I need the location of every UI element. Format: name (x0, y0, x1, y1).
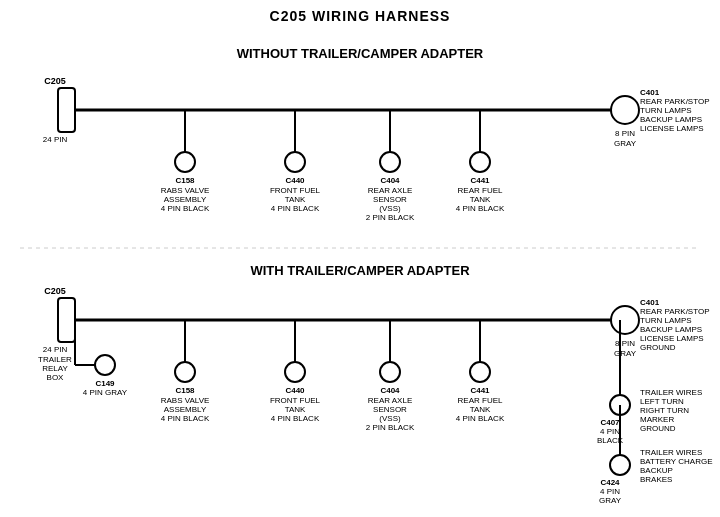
svg-text:BACKUP LAMPS: BACKUP LAMPS (640, 325, 702, 334)
svg-text:ASSEMBLY: ASSEMBLY (164, 195, 207, 204)
svg-text:C205: C205 (44, 286, 66, 296)
svg-text:24 PIN: 24 PIN (43, 135, 68, 144)
svg-text:REAR AXLE: REAR AXLE (368, 396, 412, 405)
svg-text:C440: C440 (285, 176, 305, 185)
svg-text:C158: C158 (175, 176, 195, 185)
svg-text:C407: C407 (600, 418, 620, 427)
svg-text:BOX: BOX (47, 373, 65, 382)
svg-point-25 (380, 152, 400, 172)
svg-text:TANK: TANK (285, 195, 306, 204)
svg-text:C205: C205 (44, 76, 66, 86)
svg-text:TANK: TANK (470, 195, 491, 204)
svg-text:GRAY: GRAY (614, 349, 637, 358)
svg-text:REAR PARK/STOP: REAR PARK/STOP (640, 307, 710, 316)
svg-text:GRAY: GRAY (599, 496, 622, 505)
svg-point-92 (380, 362, 400, 382)
svg-text:BRAKES: BRAKES (640, 475, 672, 484)
svg-text:ASSEMBLY: ASSEMBLY (164, 405, 207, 414)
svg-text:REAR FUEL: REAR FUEL (458, 396, 503, 405)
svg-text:REAR PARK/STOP: REAR PARK/STOP (640, 97, 710, 106)
svg-text:TURN LAMPS: TURN LAMPS (640, 316, 692, 325)
svg-text:2 PIN BLACK: 2 PIN BLACK (366, 423, 415, 432)
svg-text:4 PIN: 4 PIN (600, 487, 620, 496)
svg-text:C440: C440 (285, 386, 305, 395)
svg-text:GRAY: GRAY (614, 139, 637, 148)
svg-text:4 PIN BLACK: 4 PIN BLACK (161, 204, 210, 213)
svg-text:C401: C401 (640, 298, 660, 307)
svg-text:C404: C404 (380, 386, 400, 395)
svg-rect-1 (58, 88, 75, 132)
svg-point-19 (285, 152, 305, 172)
svg-text:RELAY: RELAY (42, 364, 68, 373)
svg-text:REAR FUEL: REAR FUEL (458, 186, 503, 195)
svg-text:4 PIN BLACK: 4 PIN BLACK (271, 414, 320, 423)
svg-text:C404: C404 (380, 176, 400, 185)
svg-text:4 PIN BLACK: 4 PIN BLACK (271, 204, 320, 213)
svg-text:WITH  TRAILER/CAMPER  ADAPTER: WITH TRAILER/CAMPER ADAPTER (250, 263, 470, 278)
svg-text:RIGHT TURN: RIGHT TURN (640, 406, 689, 415)
svg-text:TRAILER WIRES: TRAILER WIRES (640, 448, 702, 457)
svg-text:C149: C149 (95, 379, 115, 388)
svg-text:4 PIN BLACK: 4 PIN BLACK (161, 414, 210, 423)
section1-label: WITHOUT TRAILER/CAMPER ADAPTER (237, 46, 484, 61)
svg-text:2 PIN BLACK: 2 PIN BLACK (366, 213, 415, 222)
svg-text:4 PIN GRAY: 4 PIN GRAY (83, 388, 128, 397)
svg-text:TANK: TANK (285, 405, 306, 414)
svg-text:(VSS): (VSS) (379, 204, 401, 213)
svg-point-86 (285, 362, 305, 382)
svg-point-71 (610, 455, 630, 475)
svg-point-51 (611, 306, 639, 334)
svg-text:8 PIN: 8 PIN (615, 339, 635, 348)
svg-text:REAR AXLE: REAR AXLE (368, 186, 412, 195)
svg-point-4 (611, 96, 639, 124)
svg-text:GROUND: GROUND (640, 424, 676, 433)
svg-text:4 PIN BLACK: 4 PIN BLACK (456, 414, 505, 423)
svg-text:SENSOR: SENSOR (373, 405, 407, 414)
svg-text:4 PIN BLACK: 4 PIN BLACK (456, 204, 505, 213)
svg-point-99 (470, 362, 490, 382)
svg-point-32 (470, 152, 490, 172)
svg-text:LEFT TURN: LEFT TURN (640, 397, 684, 406)
svg-text:TRAILER: TRAILER (38, 355, 72, 364)
svg-text:BACKUP LAMPS: BACKUP LAMPS (640, 115, 702, 124)
svg-text:LICENSE LAMPS: LICENSE LAMPS (640, 124, 704, 133)
svg-text:SENSOR: SENSOR (373, 195, 407, 204)
svg-text:TANK: TANK (470, 405, 491, 414)
svg-text:C424: C424 (600, 478, 620, 487)
svg-text:FRONT FUEL: FRONT FUEL (270, 396, 321, 405)
svg-text:24 PIN: 24 PIN (43, 345, 68, 354)
svg-text:C441: C441 (470, 386, 490, 395)
svg-text:(VSS): (VSS) (379, 414, 401, 423)
svg-text:GROUND: GROUND (640, 343, 676, 352)
svg-text:RABS VALVE: RABS VALVE (161, 186, 210, 195)
svg-text:LICENSE LAMPS: LICENSE LAMPS (640, 334, 704, 343)
svg-text:TRAILER WIRES: TRAILER WIRES (640, 388, 702, 397)
svg-point-80 (175, 362, 195, 382)
svg-text:8 PIN: 8 PIN (615, 129, 635, 138)
svg-text:C441: C441 (470, 176, 490, 185)
svg-text:C401: C401 (640, 88, 660, 97)
svg-text:BACKUP: BACKUP (640, 466, 673, 475)
diagram-container: C205 WIRING HARNESS WITHOUT TRAILER/CAMP… (0, 0, 720, 517)
svg-point-13 (175, 152, 195, 172)
svg-text:C158: C158 (175, 386, 195, 395)
svg-text:BATTERY CHARGE: BATTERY CHARGE (640, 457, 712, 466)
svg-text:4 PIN: 4 PIN (600, 427, 620, 436)
svg-text:FRONT FUEL: FRONT FUEL (270, 186, 321, 195)
svg-text:TURN LAMPS: TURN LAMPS (640, 106, 692, 115)
svg-point-48 (95, 355, 115, 375)
svg-rect-40 (58, 298, 75, 342)
svg-text:MARKER: MARKER (640, 415, 674, 424)
svg-text:RABS VALVE: RABS VALVE (161, 396, 210, 405)
